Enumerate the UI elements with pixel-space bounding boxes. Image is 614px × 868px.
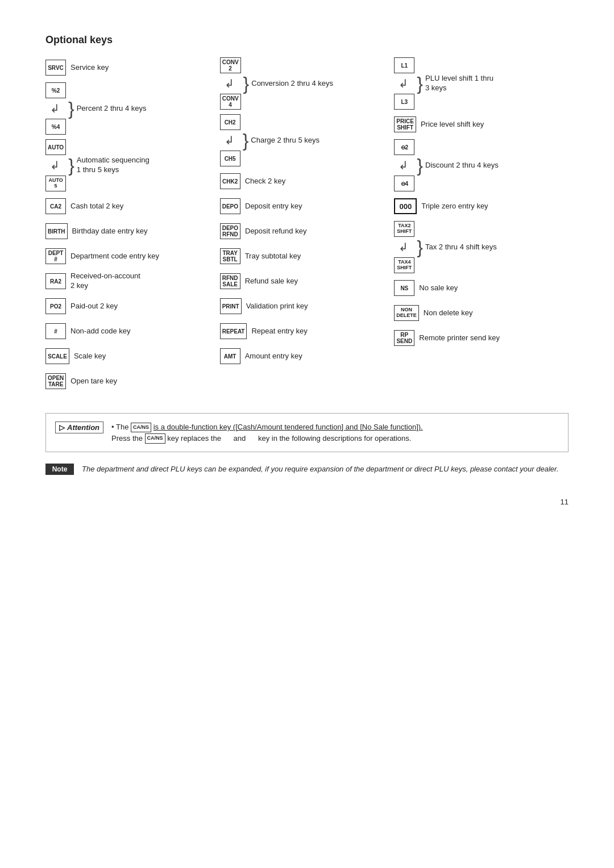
list-item: SRVC Service key xyxy=(45,57,220,78)
srvc-label: Service key xyxy=(70,63,109,73)
ra2-label: Received-on-account2 key xyxy=(70,272,140,291)
birth-key: BIRTH xyxy=(45,223,68,239)
list-item: PO2 Paid-out 2 key xyxy=(45,296,220,316)
percent-label: Percent 2 thru 4 keys xyxy=(77,104,147,114)
list-item: DEPT# Department code entry key xyxy=(45,246,220,266)
discount-brace: } xyxy=(417,156,423,174)
ch2-key: CH2 xyxy=(220,114,240,130)
triplezero-key: 000 xyxy=(394,198,417,214)
list-item: REPEAT Repeat entry key xyxy=(220,321,395,341)
discount-brace-group: ⊖2 ↲ ⊖4 } Discount 2 thru 4 keys xyxy=(394,139,569,191)
hash-key: # xyxy=(45,323,66,339)
traysbtl-label: Tray subtotal key xyxy=(245,252,301,261)
note-text: The department and direct PLU keys can b… xyxy=(82,464,559,475)
chk2-key: CHK2 xyxy=(220,173,240,189)
percent-brace-group: %2 ↲ %4 } Percent 2 thru 4 keys xyxy=(45,82,220,135)
po2-key: PO2 xyxy=(45,298,66,314)
ns-key: NS xyxy=(394,280,414,296)
list-item: SCALE Scale key xyxy=(45,346,220,366)
deporfnd-key: DEPORFND xyxy=(220,223,240,239)
auto5-key: AUTO5 xyxy=(45,176,66,191)
deporfnd-label: Deposit refund key xyxy=(245,227,306,236)
conv2-key: CONV2 xyxy=(220,57,241,73)
rpsend-label: Remote printer send key xyxy=(419,333,500,343)
note-box: Note The department and direct PLU keys … xyxy=(45,464,569,475)
dept-key: DEPT# xyxy=(45,248,66,264)
list-item: BIRTH Birthday date entry key xyxy=(45,221,220,241)
srvc-key: SRVC xyxy=(45,60,66,76)
tax-keys: TAX2SHIFT ↲ TAX4SHIFT xyxy=(394,221,414,273)
auto-brace-group: AUTO ↲ AUTO5 } Automatic sequencing1 thr… xyxy=(45,139,220,191)
list-item: OPENTARE Open tare key xyxy=(45,371,220,391)
hash-label: Non-add code key xyxy=(70,327,131,336)
percent2-key: %2 xyxy=(45,82,66,98)
list-item: PRINT Validation print key xyxy=(220,296,395,316)
plu-brace: } xyxy=(417,74,423,93)
rfndsale-key: RFNDSALE xyxy=(220,273,240,289)
rfndsale-label: Refund sale key xyxy=(245,277,298,286)
list-item: RFNDSALE Refund sale key xyxy=(220,271,395,291)
ca2-key: CA2 xyxy=(45,198,66,214)
auto-key: AUTO xyxy=(45,139,66,155)
amt-key: AMT xyxy=(220,348,240,364)
attention-text: • The CA/NS is a double-function key ([C… xyxy=(111,422,423,444)
list-item: PRICESHIFT Price level shift key xyxy=(394,114,569,135)
ns-label: No sale key xyxy=(419,283,458,293)
list-item: DEPO Deposit entry key xyxy=(220,196,395,216)
page-number: 11 xyxy=(45,498,569,506)
column-3: L1 ↲ L3 } PLU level shift 1 thru3 keys P… xyxy=(394,57,569,396)
repeat-label: Repeat entry key xyxy=(251,327,307,336)
list-item: AMT Amount entry key xyxy=(220,346,395,366)
list-item: RA2 Received-on-account2 key xyxy=(45,271,220,291)
l3-key: L3 xyxy=(394,94,414,110)
ch-label: Charge 2 thru 5 keys xyxy=(251,136,320,145)
ca2-label: Cash total 2 key xyxy=(70,202,123,211)
auto-label: Automatic sequencing1 thru 5 keys xyxy=(77,156,150,175)
dept-label: Department code entry key xyxy=(70,252,159,261)
list-item: # Non-add code key xyxy=(45,321,220,341)
depo-key: DEPO xyxy=(220,198,240,214)
auto-brace: } xyxy=(68,156,74,174)
l1-key: L1 xyxy=(394,57,414,73)
triplezero-label: Triple zero entry key xyxy=(421,202,488,211)
tax-brace-group: TAX2SHIFT ↲ TAX4SHIFT } Tax 2 thru 4 shi… xyxy=(394,221,569,273)
page-title: Optional keys xyxy=(45,34,569,46)
cans-inline-key2: CA/NS xyxy=(145,433,165,444)
print-label: Validation print key xyxy=(246,302,308,311)
scale-label: Scale key xyxy=(74,352,106,361)
ch-brace-group: CH2 ↲ CH5 } Charge 2 thru 5 keys xyxy=(220,114,395,166)
ra2-key: RA2 xyxy=(45,273,66,289)
list-item: NONDELETE Non delete key xyxy=(394,303,569,323)
ch-brace: } xyxy=(243,131,249,149)
nondelete-key: NONDELETE xyxy=(394,305,419,321)
priceshift-label: Price level shift key xyxy=(421,120,484,130)
list-item: NS No sale key xyxy=(394,278,569,298)
rpsend-key: RPSEND xyxy=(394,330,414,346)
keys-grid: SRVC Service key %2 ↲ %4 } Percent 2 thr… xyxy=(45,57,569,396)
disc2-key: ⊖2 xyxy=(394,139,414,155)
po2-label: Paid-out 2 key xyxy=(70,302,118,311)
list-item: RPSEND Remote printer send key xyxy=(394,328,569,348)
column-1: SRVC Service key %2 ↲ %4 } Percent 2 thr… xyxy=(45,57,220,396)
list-item: CHK2 Check 2 key xyxy=(220,171,395,191)
conv-label: Conversion 2 thru 4 keys xyxy=(251,79,333,89)
conv4-key: CONV4 xyxy=(220,94,241,110)
repeat-key: REPEAT xyxy=(220,323,247,339)
percent-keys: %2 ↲ %4 xyxy=(45,82,66,135)
attention-label: Attention xyxy=(55,422,103,433)
conv-brace: } xyxy=(243,74,250,93)
nondelete-label: Non delete key xyxy=(424,308,473,318)
attention-box: Attention • The CA/NS is a double-functi… xyxy=(45,413,569,452)
plu-label: PLU level shift 1 thru3 keys xyxy=(425,74,493,93)
tax-brace: } xyxy=(417,238,423,256)
percent-brace: } xyxy=(68,99,74,118)
note-label: Note xyxy=(45,464,74,475)
opentare-label: Open tare key xyxy=(70,377,117,386)
chk2-label: Check 2 key xyxy=(245,177,286,186)
list-item: 000 Triple zero entry key xyxy=(394,196,569,216)
traysbtl-key: TRAYSBTL xyxy=(220,248,240,264)
auto-keys: AUTO ↲ AUTO5 xyxy=(45,139,66,191)
conv-keys: CONV2 ↲ CONV4 xyxy=(220,57,241,110)
cans-inline-key: CA/NS xyxy=(131,423,151,433)
print-key: PRINT xyxy=(220,298,242,314)
